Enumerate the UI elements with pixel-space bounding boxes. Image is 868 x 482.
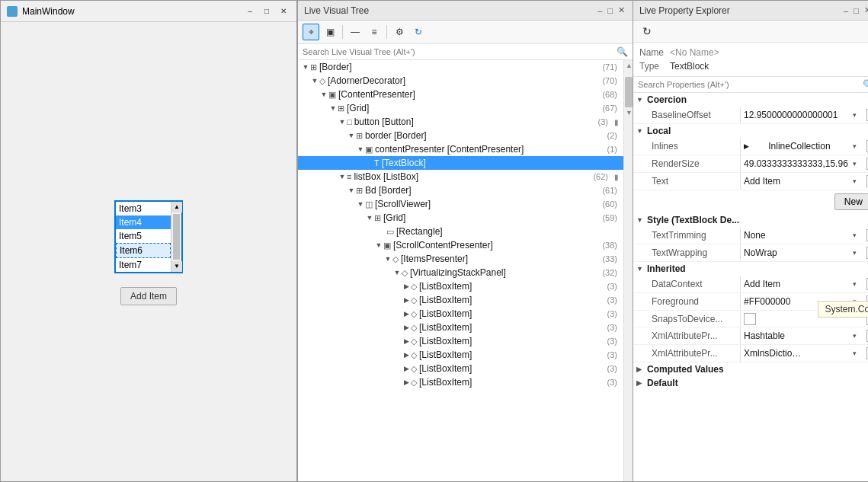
tree-toggle[interactable]: ▼ (338, 171, 347, 183)
textwrapping-dropdown-button[interactable]: ▾ (848, 246, 862, 260)
new-button[interactable]: New (834, 193, 868, 210)
listbox[interactable]: Item3 Item4 Item5 Item6 Item7 ▲ ▼ (114, 200, 183, 273)
tree-scroll-thumb[interactable] (625, 77, 633, 107)
track-focused-button[interactable]: ― (347, 24, 364, 40)
tree-toggle[interactable] (365, 157, 374, 169)
tree-node-bd[interactable]: ▼ ⊞ Bd [Border] (61) (298, 184, 623, 197)
live-tree-restore-button[interactable]: □ (606, 6, 614, 15)
tree-toggle[interactable]: ▶ (402, 349, 411, 361)
tree-toggle[interactable]: ▼ (356, 198, 365, 210)
property-pin-button[interactable]: – (842, 6, 850, 15)
tree-toggle[interactable]: ▼ (338, 116, 347, 128)
tree-node-scrollviewer[interactable]: ▼ ◫ [ScrollViewer] (60) (298, 197, 623, 211)
minimize-button[interactable]: – (243, 6, 257, 17)
tree-node-listboxitem-7[interactable]: ▶ ◇ [ListBoxItem] (3) (298, 362, 623, 375)
tree-node-adorner[interactable]: ▼ ◇ [AdornerDecorator] (70) (298, 74, 623, 88)
display-layout-button[interactable]: ▣ (322, 24, 338, 40)
tree-toggle[interactable]: ▼ (310, 75, 319, 87)
live-tree-search-input[interactable] (303, 47, 617, 56)
coercion-section-header[interactable]: ▼ Coercion (633, 93, 868, 107)
property-restore-button[interactable]: □ (852, 6, 860, 15)
tree-node-grid1[interactable]: ▼ ⊞ [Grid] (67) (298, 101, 623, 115)
tree-toggle[interactable]: ▶ (402, 308, 411, 320)
scroll-thumb[interactable] (173, 214, 180, 260)
settings-button[interactable]: ⚙ (391, 24, 408, 40)
scroll-down-arrow[interactable]: ▼ (171, 261, 182, 272)
texttrimming-dropdown-button[interactable]: ▾ (848, 228, 862, 242)
baselineoffset-options-button[interactable]: ▾ (848, 108, 862, 122)
tree-node-listboxitem-2[interactable]: ▶ ◇ [ListBoxItem] (3) (298, 293, 623, 307)
live-tree-close-button[interactable]: ✕ (617, 5, 626, 15)
tree-node-scrollcontentpresenter[interactable]: ▼ ▣ [ScrollContentPresenter] (38) (298, 238, 623, 252)
listbox-scrollbar[interactable]: ▲ ▼ (171, 202, 181, 272)
tree-node-listboxitem-3[interactable]: ▶ ◇ [ListBoxItem] (3) (298, 307, 623, 321)
tree-node-listbox[interactable]: ▼ ≡ listBox [ListBox] (62) ▮ (298, 170, 623, 184)
restore-button[interactable]: □ (260, 6, 274, 17)
tree-node-textblock[interactable]: T [TextBlock] (298, 156, 623, 170)
tree-toggle[interactable]: ▼ (347, 129, 356, 142)
scroll-up-arrow[interactable]: ▲ (171, 202, 182, 212)
tree-scroll-up[interactable]: ▲ (624, 60, 633, 71)
tree-toggle[interactable]: ▼ (319, 88, 328, 101)
tree-node-button[interactable]: ▼ □ button [Button] (3) ▮ (298, 115, 623, 129)
inlines-expand-arrow[interactable]: ▶ (744, 142, 749, 150)
local-section-header[interactable]: ▼ Local (633, 124, 868, 138)
default-section-header[interactable]: ▶ Default (633, 376, 868, 390)
xmlattribute1-options-button[interactable]: ▾ (848, 329, 862, 343)
tree-toggle[interactable]: ▼ (392, 267, 402, 279)
tree-node-border2[interactable]: ▼ ⊞ border [Border] (2) (298, 129, 623, 142)
list-item[interactable]: Item7 (116, 258, 171, 272)
tree-toggle[interactable]: ▼ (328, 102, 338, 114)
tree-toggle[interactable]: ▼ (365, 212, 374, 224)
tree-toggle[interactable]: ▶ (402, 362, 411, 375)
list-item[interactable]: Item5 (116, 229, 171, 243)
tree-node-itemspresenter[interactable]: ▼ ◇ [ItemsPresenter] (33) (298, 252, 623, 266)
default-toggle-icon: ▶ (636, 379, 647, 387)
tree-toggle[interactable]: ▼ (383, 253, 392, 265)
layers-button[interactable]: ≡ (366, 24, 383, 40)
tree-node-grid2[interactable]: ▼ ⊞ [Grid] (59) (298, 211, 623, 225)
add-item-button[interactable]: Add Item (120, 287, 177, 305)
tree-node-listboxitem-4[interactable]: ▶ ◇ [ListBoxItem] (3) (298, 321, 623, 334)
tree-toggle[interactable]: ▼ (356, 143, 365, 155)
tree-toggle[interactable]: ▶ (402, 280, 411, 292)
tree-node-contentpresenter1[interactable]: ▼ ▣ [ContentPresenter] (68) (298, 88, 623, 101)
tree-node-listboxitem-1[interactable]: ▶ ◇ [ListBoxItem] (3) (298, 279, 623, 293)
text-prop-name: Text (633, 174, 740, 188)
refresh-button[interactable]: ↻ (410, 24, 427, 40)
tree-node-contentpresenter2[interactable]: ▼ ▣ contentPresenter [ContentPresenter] … (298, 142, 623, 156)
property-refresh-button[interactable]: ↻ (639, 24, 655, 39)
rendersize-options-button[interactable]: ▾ (848, 157, 862, 171)
tree-toggle[interactable]: ▼ (301, 61, 310, 73)
inlines-options-button[interactable]: ▾ (848, 139, 862, 153)
property-close-button[interactable]: ✕ (863, 5, 868, 15)
tree-toggle[interactable]: ▶ (402, 376, 411, 388)
style-section-header[interactable]: ▼ Style (TextBlock De... (633, 213, 868, 227)
tree-node-virtualizingstackpanel[interactable]: ▼ ◇ [VirtualizingStackPanel] (32) (298, 266, 623, 279)
xmlattribute2-options-button[interactable]: ▾ (848, 346, 862, 360)
tree-node-rectangle[interactable]: ▶ ▭ [Rectangle] (298, 225, 623, 238)
tree-toggle[interactable]: ▼ (347, 184, 356, 196)
tree-node-listboxitem-8[interactable]: ▶ ◇ [ListBoxItem] (3) (298, 375, 623, 389)
tree-node-listboxitem-6[interactable]: ▶ ◇ [ListBoxItem] (3) (298, 348, 623, 362)
tree-toggle[interactable]: ▶ (402, 294, 411, 306)
computed-section-header[interactable]: ▶ Computed Values (633, 362, 868, 376)
tree-toggle[interactable]: ▶ (402, 321, 411, 334)
list-item[interactable]: Item6 (116, 243, 171, 258)
tree-node-listboxitem-5[interactable]: ▶ ◇ [ListBoxItem] (3) (298, 334, 623, 348)
list-item[interactable]: Item4 (116, 215, 171, 229)
tree-toggle[interactable]: ▼ (374, 239, 383, 251)
tree-scrollbar[interactable]: ▲ ▼ (623, 60, 633, 481)
tree-node-border[interactable]: ▼ ⊞ [Border] (71) (298, 60, 623, 74)
tree-scroll-down[interactable]: ▼ (624, 107, 633, 118)
tree-toggle[interactable]: ▶ (402, 335, 411, 347)
datacontext-options-button[interactable]: ▾ (848, 277, 862, 291)
property-search-input[interactable] (638, 80, 863, 89)
live-tree-pin-button[interactable]: – (596, 6, 604, 15)
text-options-button[interactable]: ▾ (848, 174, 862, 188)
list-item[interactable]: Item3 (116, 202, 171, 215)
inherited-section-header[interactable]: ▼ Inherited (633, 262, 868, 276)
snapstodevice-check[interactable] (744, 313, 756, 325)
select-element-button[interactable]: ⌖ (303, 24, 319, 40)
close-button[interactable]: ✕ (277, 6, 290, 17)
